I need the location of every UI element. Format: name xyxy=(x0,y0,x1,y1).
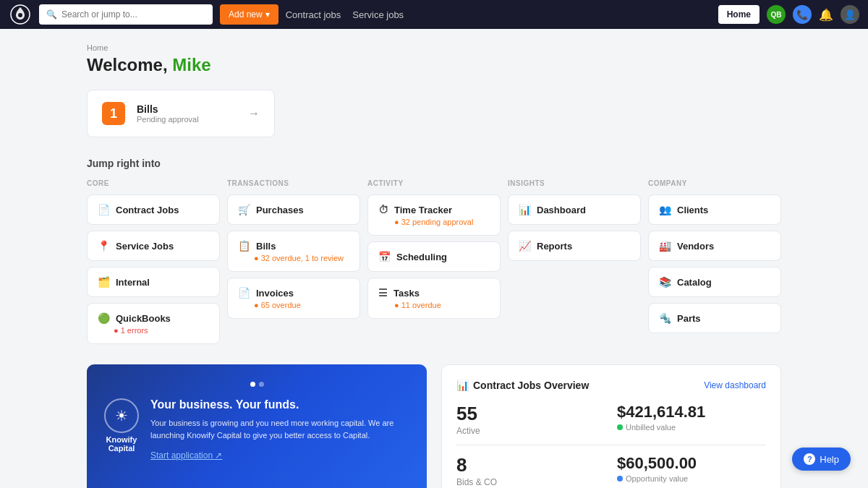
unbilled-sub-text: Unbilled value xyxy=(626,423,676,432)
promo-logo-text: KnowifyCapital xyxy=(104,435,139,453)
overview-stats: 55 Active $421,614.81 Unbilled value xyxy=(456,403,766,436)
overview-title: 📊 Contract Jobs Overview xyxy=(456,380,589,391)
stat-bids: 8 Bids & CO xyxy=(456,454,605,487)
nav-service-jobs-link[interactable]: Service jobs xyxy=(352,9,404,20)
quickbooks-sub: ● 1 errors xyxy=(98,326,209,335)
jump-card-purchases[interactable]: 🛒 Purchases xyxy=(227,194,360,225)
welcome-name: Mike xyxy=(172,55,210,74)
tasks-sub: ● 11 overdue xyxy=(378,301,490,309)
jump-card-parts[interactable]: 🔩 Parts xyxy=(648,303,781,333)
overview-stats-2: 8 Bids & CO $60,500.00 Opportunity value xyxy=(456,454,766,487)
stat-opportunity: $60,500.00 Opportunity value xyxy=(617,454,766,487)
promo-dot-2[interactable] xyxy=(259,382,264,387)
jump-card-invoices[interactable]: 📄 Invoices ● 65 overdue xyxy=(227,278,360,319)
opportunity-sub-text: Opportunity value xyxy=(626,474,688,483)
bills-card[interactable]: 1 Bills Pending approval → xyxy=(87,90,275,137)
qb-label: QB xyxy=(771,11,782,19)
nav-right-actions: Home QB 📞 🔔 👤 xyxy=(718,5,859,24)
promo-cta-link[interactable]: Start application ↗ xyxy=(150,450,222,461)
nav-links: Contract jobs Service jobs xyxy=(286,9,711,20)
time-tracker-sub: ● 32 pending approval xyxy=(378,218,490,226)
promo-logo: ☀ KnowifyCapital xyxy=(104,398,139,453)
col-label-transactions: TRANSACTIONS xyxy=(227,179,360,187)
reports-icon: 📈 xyxy=(519,240,531,252)
jump-card-time-tracker[interactable]: ⏱ Time Tracker ● 32 pending approval xyxy=(367,194,501,236)
promo-dot-1[interactable] xyxy=(250,382,255,387)
stat-unbilled-sub: Unbilled value xyxy=(617,423,766,432)
phone-button[interactable]: 📞 xyxy=(793,5,812,24)
parts-label: Parts xyxy=(677,313,701,324)
jump-card-vendors[interactable]: 🏭 Vendors xyxy=(648,231,781,261)
purchases-label: Purchases xyxy=(256,205,304,215)
add-new-button[interactable]: Add new ▾ xyxy=(220,4,278,25)
jump-card-service-jobs[interactable]: 📍 Service Jobs xyxy=(87,231,220,261)
jump-card-dashboard[interactable]: 📊 Dashboard xyxy=(508,194,641,225)
jump-grid: CORE 📄 Contract Jobs 📍 Service Jobs 🗂️ I… xyxy=(87,179,781,344)
jump-section-title: Jump right into xyxy=(87,158,781,169)
internal-icon: 🗂️ xyxy=(98,276,110,288)
bills-card-title: Bills xyxy=(137,103,237,115)
promo-dots xyxy=(104,382,409,387)
scheduling-label: Scheduling xyxy=(396,252,447,262)
promo-headline: Your business. Your funds. xyxy=(150,398,409,411)
dropdown-icon: ▾ xyxy=(265,9,270,20)
dashboard-label: Dashboard xyxy=(537,205,586,215)
notifications-icon[interactable]: 🔔 xyxy=(819,8,833,22)
bills-icon: 📋 xyxy=(238,240,250,252)
stat-bids-label: Bids & CO xyxy=(456,477,605,487)
app-logo xyxy=(9,3,32,26)
jump-col-insights: INSIGHTS 📊 Dashboard 📈 Reports xyxy=(508,179,641,344)
breadcrumb: Home xyxy=(87,43,781,52)
jump-card-catalog[interactable]: 📚 Catalog xyxy=(648,267,781,297)
promo-body: Your business is growing and you need mo… xyxy=(150,417,409,441)
tasks-label: Tasks xyxy=(393,288,420,299)
purchases-icon: 🛒 xyxy=(238,204,250,215)
search-input[interactable] xyxy=(61,9,205,20)
home-button[interactable]: Home xyxy=(718,5,760,24)
quickbooks-avatar[interactable]: QB xyxy=(767,5,786,24)
user-avatar[interactable]: 👤 xyxy=(841,5,859,24)
jump-card-tasks[interactable]: ☰ Tasks ● 11 overdue xyxy=(367,278,501,319)
invoices-label: Invoices xyxy=(256,288,294,299)
bills-card-arrow: → xyxy=(248,107,260,120)
promo-logo-icon: ☀ xyxy=(115,407,128,424)
internal-label: Internal xyxy=(116,277,150,288)
invoices-sub: ● 65 overdue xyxy=(238,301,349,309)
phone-icon: 📞 xyxy=(796,9,808,20)
welcome-prefix: Welcome, xyxy=(87,55,172,74)
main-content: Home Welcome, Mike 1 Bills Pending appro… xyxy=(0,29,868,488)
col-label-company: COMPANY xyxy=(648,179,781,187)
jump-card-bills[interactable]: 📋 Bills ● 32 overdue, 1 to review xyxy=(227,231,360,272)
jump-card-quickbooks[interactable]: 🟢 QuickBooks ● 1 errors xyxy=(87,303,220,344)
nav-contract-jobs-link[interactable]: Contract jobs xyxy=(286,9,341,20)
tasks-icon: ☰ xyxy=(378,287,388,299)
vendors-label: Vendors xyxy=(677,241,714,252)
stat-active-label: Active xyxy=(456,426,605,436)
invoices-icon: 📄 xyxy=(238,287,250,299)
search-bar[interactable]: 🔍 xyxy=(39,4,213,25)
quickbooks-label: QuickBooks xyxy=(116,313,171,324)
jump-card-contract-jobs[interactable]: 📄 Contract Jobs xyxy=(87,194,220,225)
bottom-section: ☀ KnowifyCapital Your business. Your fun… xyxy=(87,364,781,488)
add-new-label: Add new xyxy=(229,9,263,20)
view-dashboard-link[interactable]: View dashboard xyxy=(704,380,766,390)
stat-opportunity-sub: Opportunity value xyxy=(617,474,766,483)
quickbooks-icon: 🟢 xyxy=(98,312,110,324)
promo-logo-circle: ☀ xyxy=(104,398,139,433)
catalog-label: Catalog xyxy=(677,277,712,288)
contract-jobs-icon: 📄 xyxy=(98,204,110,215)
jump-card-reports[interactable]: 📈 Reports xyxy=(508,231,641,261)
jump-col-company: COMPANY 👥 Clients 🏭 Vendors 📚 Catalog xyxy=(648,179,781,344)
jump-card-scheduling[interactable]: 📅 Scheduling xyxy=(367,241,501,272)
jump-card-internal[interactable]: 🗂️ Internal xyxy=(87,267,220,297)
stat-unbilled: $421,614.81 Unbilled value xyxy=(617,403,766,436)
unbilled-dot xyxy=(617,424,623,430)
dashboard-icon: 📊 xyxy=(519,204,531,215)
bills-label: Bills xyxy=(256,241,276,252)
vendors-icon: 🏭 xyxy=(659,240,671,252)
help-icon: ? xyxy=(804,453,815,465)
overview-icon: 📊 xyxy=(456,380,469,391)
scheduling-icon: 📅 xyxy=(378,251,391,262)
help-button[interactable]: ? Help xyxy=(792,448,851,471)
jump-card-clients[interactable]: 👥 Clients xyxy=(648,194,781,225)
